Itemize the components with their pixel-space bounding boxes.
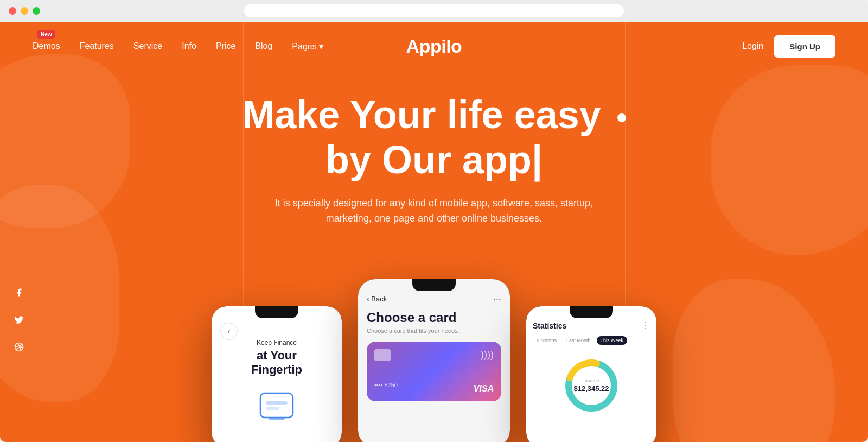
phone-right: Statistics ⋮ 6 Months Last Month This We… — [526, 306, 656, 442]
back-arrow-left[interactable]: ‹ — [220, 323, 238, 340]
nav-item-info[interactable]: Info — [182, 41, 196, 51]
nav-logo[interactable]: Appilo — [406, 36, 462, 57]
phone-center-screen: ‹ Back ··· Choose a card Choose a card t… — [358, 279, 510, 442]
svg-rect-0 — [260, 393, 293, 418]
tab-thisweek[interactable]: This Week — [597, 336, 627, 345]
maximize-button[interactable] — [33, 7, 40, 15]
browser-chrome — [0, 0, 868, 22]
nav-item-pages[interactable]: Pages ▾ — [292, 41, 323, 52]
finance-illustration — [244, 388, 309, 431]
donut-center: Income $12,345.22 — [573, 378, 609, 393]
phone-left-screen: ‹ Keep Finance at YourFingertip — [212, 306, 342, 442]
hero-title: Make Your life easy by Our app| — [242, 92, 626, 182]
new-badge: New — [37, 30, 55, 39]
phone-left-main: at YourFingertip — [251, 349, 302, 377]
card-brand: VISA — [474, 384, 494, 394]
donut-container: Income $12,345.22 — [533, 350, 650, 421]
nav-item-service[interactable]: Service — [133, 41, 162, 51]
phone-left: ‹ Keep Finance at YourFingertip — [212, 306, 342, 442]
phone-left-text: Keep Finance at YourFingertip — [251, 339, 302, 377]
card-nfc: )))) — [481, 349, 494, 361]
social-sidebar — [11, 285, 27, 355]
center-menu[interactable]: ··· — [493, 293, 501, 305]
center-back[interactable]: ‹ Back — [367, 295, 387, 303]
card-chip — [374, 349, 391, 361]
hero-dot — [617, 113, 626, 122]
nav-left: New Demos Features Service Info Price Bl… — [33, 41, 323, 52]
choose-title: Choose a card — [367, 310, 501, 325]
tab-6months[interactable]: 6 Months — [533, 336, 560, 345]
nav-item-blog[interactable]: Blog — [255, 41, 272, 51]
stats-dots[interactable]: ⋮ — [641, 320, 650, 331]
phone-left-sub: Keep Finance — [251, 339, 302, 346]
card-number: •••• 8250 — [374, 382, 398, 388]
hero-subtitle: It is specially designed for any kind of… — [271, 195, 597, 227]
card-visual: )))) •••• 8250 VISA — [367, 342, 501, 401]
phone-left-notch — [255, 306, 298, 318]
svg-rect-3 — [266, 407, 279, 410]
phone-center: ‹ Back ··· Choose a card Choose a card t… — [358, 279, 510, 442]
navbar: New Demos Features Service Info Price Bl… — [0, 22, 868, 71]
phone-center-notch — [412, 279, 456, 291]
close-button[interactable] — [9, 7, 16, 15]
donut-value: $12,345.22 — [573, 384, 609, 393]
stats-header: Statistics ⋮ — [533, 320, 650, 331]
dribbble-icon[interactable] — [11, 339, 27, 355]
twitter-icon[interactable] — [11, 312, 27, 328]
tab-lastmonth[interactable]: Last Month — [563, 336, 595, 345]
center-header: ‹ Back ··· — [367, 293, 501, 305]
login-button[interactable]: Login — [742, 41, 763, 51]
bg-blob-4 — [673, 279, 835, 442]
choose-sub: Choose a card that fits your needs. — [367, 327, 501, 334]
svg-rect-1 — [269, 418, 285, 420]
nav-item-price[interactable]: Price — [216, 41, 235, 51]
phone-right-notch — [570, 306, 613, 318]
phone-right-screen: Statistics ⋮ 6 Months Last Month This We… — [526, 306, 656, 442]
signup-button[interactable]: Sign Up — [774, 35, 835, 58]
nav-item-features[interactable]: Features — [80, 41, 114, 51]
donut-label: Income — [573, 378, 609, 383]
hero-title-line1: Make Your life easy — [242, 92, 626, 137]
address-bar[interactable] — [244, 4, 624, 17]
phones-container: ‹ Keep Finance at YourFingertip — [212, 279, 656, 442]
svg-rect-2 — [266, 401, 288, 405]
stats-tabs: 6 Months Last Month This Week — [533, 336, 650, 345]
nav-item-demos[interactable]: New Demos — [33, 41, 60, 51]
hero-section: Make Your life easy by Our app| It is sp… — [0, 71, 868, 226]
minimize-button[interactable] — [21, 7, 28, 15]
page: New Demos Features Service Info Price Bl… — [0, 22, 868, 442]
stats-title: Statistics — [533, 321, 566, 330]
facebook-icon[interactable] — [11, 285, 27, 301]
nav-right: Login Sign Up — [742, 35, 835, 58]
hero-title-line2: by Our app| — [242, 137, 626, 182]
